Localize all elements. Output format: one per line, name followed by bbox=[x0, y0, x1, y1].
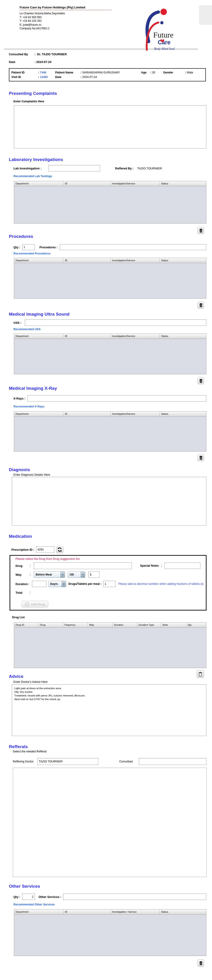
clear-other-services-table-button[interactable] bbox=[198, 959, 204, 967]
uss-table-body[interactable] bbox=[14, 339, 206, 374]
column-header[interactable]: Investigation/Service bbox=[111, 181, 160, 186]
column-header[interactable]: Drug bbox=[39, 622, 63, 628]
xray-table-body[interactable] bbox=[14, 417, 206, 451]
section-title-advice: Advice bbox=[9, 674, 212, 679]
drug-input[interactable] bbox=[34, 562, 132, 569]
frequency-select[interactable]: OD bbox=[68, 571, 85, 578]
lab-investigation-input[interactable] bbox=[48, 165, 100, 172]
section-title-medication: Medication bbox=[9, 534, 212, 539]
drug-warning-text: Please select the Drug from Drug suggess… bbox=[16, 557, 204, 560]
clear-drug-list-button[interactable] bbox=[197, 670, 204, 678]
way-qty-input[interactable] bbox=[88, 571, 100, 578]
diagnosis-field-label: Enter Diagnosis Details Here bbox=[13, 473, 212, 476]
colon: : bbox=[185, 71, 187, 74]
way-select[interactable]: Before Meal bbox=[34, 571, 65, 578]
column-header[interactable]: Fequency bbox=[63, 622, 88, 628]
column-header[interactable]: Investigation/Service bbox=[111, 258, 160, 263]
procedures-qty-input[interactable] bbox=[22, 244, 35, 250]
column-header[interactable]: Drug ID bbox=[14, 622, 39, 628]
procedures-input[interactable] bbox=[60, 244, 206, 250]
drug-list-table-body[interactable] bbox=[14, 628, 206, 668]
column-header[interactable]: Department bbox=[14, 412, 63, 417]
uss-input[interactable] bbox=[25, 320, 206, 326]
drug-row: Drug : Special Notes : bbox=[16, 562, 204, 569]
xray-input[interactable] bbox=[27, 395, 206, 402]
clear-lab-table-button[interactable] bbox=[198, 227, 204, 234]
xray-label: X-Rays : bbox=[13, 397, 27, 400]
column-header[interactable]: Department bbox=[14, 181, 63, 186]
per-meal-label: Drugs/Tablets per meal : bbox=[68, 582, 101, 585]
referral-list-box[interactable] bbox=[13, 768, 207, 877]
section-title-other-services: Other Services bbox=[9, 884, 212, 889]
other-services-input[interactable] bbox=[63, 894, 206, 900]
column-header[interactable]: Status bbox=[160, 258, 206, 263]
column-header[interactable]: ID bbox=[63, 412, 111, 417]
section-title-xray: Medical Imaging X-Ray bbox=[9, 386, 212, 391]
colon: : bbox=[30, 573, 31, 577]
clear-xray-table-button[interactable] bbox=[198, 454, 204, 461]
referrals-subtitle: Select the needed Refferal bbox=[13, 750, 212, 753]
section-title-ultrasound: Medical Imaging Ultra Sound bbox=[9, 312, 212, 317]
column-header[interactable]: Status bbox=[160, 181, 206, 186]
chevron-down-icon bbox=[61, 581, 66, 587]
duration-unit-select[interactable]: Day/s bbox=[48, 581, 66, 587]
add-drug-button[interactable]: + Add Drug bbox=[21, 601, 48, 608]
column-header[interactable]: ID bbox=[63, 910, 111, 915]
column-header[interactable]: Department bbox=[14, 334, 63, 339]
column-header[interactable]: Status bbox=[160, 334, 206, 339]
per-meal-input[interactable] bbox=[103, 581, 116, 587]
column-header[interactable]: Investigation / Service bbox=[111, 910, 160, 915]
logo-tagline: Body Mind Soul bbox=[154, 47, 175, 51]
consult-date-value: 2024-07-24 bbox=[36, 60, 51, 64]
referring-doctor-input[interactable] bbox=[37, 758, 98, 765]
clear-uss-table-button[interactable] bbox=[198, 377, 204, 384]
procedures-trash-row bbox=[0, 302, 204, 309]
column-header[interactable]: Department bbox=[14, 258, 63, 263]
recommended-uss-link[interactable]: Recommended USS bbox=[13, 328, 212, 331]
trash-can-icon bbox=[198, 671, 202, 676]
refresh-prescription-button[interactable] bbox=[56, 546, 63, 553]
gender-value: Male bbox=[187, 71, 193, 74]
complaints-textarea[interactable] bbox=[14, 105, 206, 148]
duration-input[interactable] bbox=[32, 581, 47, 587]
age-value: 30 bbox=[152, 71, 163, 74]
section-title-presenting-complaints: Presenting Complaints bbox=[9, 91, 212, 96]
plus-circle-icon: + bbox=[25, 602, 29, 606]
consulted-by-value: Dr. TAZIO TOURNIER bbox=[37, 52, 67, 56]
consultant-input[interactable] bbox=[139, 758, 207, 765]
column-header[interactable]: ID bbox=[63, 334, 111, 339]
column-header[interactable]: Investigation/Service bbox=[111, 412, 160, 417]
column-header[interactable]: Status bbox=[160, 412, 206, 417]
clear-procedures-table-button[interactable] bbox=[198, 302, 204, 309]
referred-by-value: TAZIO TOURNIER bbox=[137, 167, 162, 170]
lab-table-body[interactable] bbox=[14, 186, 206, 223]
column-header[interactable]: Qty bbox=[186, 622, 206, 628]
column-header[interactable]: Status bbox=[160, 910, 206, 915]
column-header[interactable]: Investigation/Service bbox=[111, 334, 160, 339]
column-header[interactable]: Department bbox=[14, 910, 63, 915]
procedures-table-body[interactable] bbox=[14, 263, 206, 298]
column-header[interactable]: ID bbox=[63, 181, 111, 186]
prescription-id-input[interactable] bbox=[36, 546, 54, 553]
recommended-xrays-link[interactable]: Recommended X-Rays bbox=[13, 405, 212, 408]
recommended-other-services-link[interactable]: Recommended Other Services bbox=[13, 903, 212, 906]
column-header[interactable]: Note bbox=[161, 622, 186, 628]
diagnosis-textarea[interactable] bbox=[12, 477, 206, 526]
column-header[interactable]: ID bbox=[63, 258, 111, 263]
column-header[interactable]: Duration Type bbox=[137, 622, 161, 628]
special-notes-input[interactable] bbox=[164, 563, 201, 569]
visit-date-value: 2024-07-24 bbox=[82, 75, 97, 79]
section-title-procedures: Procedures bbox=[9, 234, 212, 239]
column-header[interactable]: Duration bbox=[112, 622, 137, 628]
advice-textarea[interactable]: Light pain at times at the extraction ar… bbox=[12, 684, 206, 736]
xray-trash-row bbox=[0, 454, 204, 461]
decimal-note-text: Please add as decimal numbers when addin… bbox=[118, 582, 204, 585]
recommended-procedures-link[interactable]: Recommended Procedures bbox=[13, 252, 212, 255]
drug-list-table: Drug ID Drug Fequency Way Duration Durat… bbox=[14, 622, 206, 668]
column-header[interactable]: Way bbox=[88, 622, 112, 628]
other-services-table-body[interactable] bbox=[14, 915, 206, 956]
recommended-lab-testings-link[interactable]: Recommended Lab Testings bbox=[13, 175, 212, 178]
complaints-field-label: Enter Complaints Here bbox=[13, 100, 212, 103]
colon: : bbox=[30, 590, 31, 595]
other-services-qty-input[interactable] bbox=[22, 894, 35, 900]
